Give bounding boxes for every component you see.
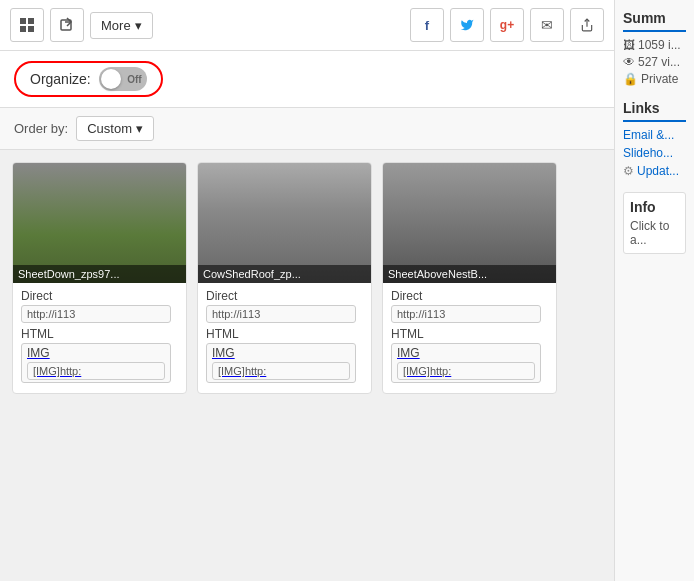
photo-name: SheetDown_zps97...	[13, 265, 186, 283]
email-button[interactable]: ✉	[530, 8, 564, 42]
img-row: IMG [IMG]http:	[397, 346, 535, 380]
photo-info: Direct http://i113 HTML IMG [IMG]http:	[13, 283, 186, 393]
photo-card: CowShedRoof_zp... Direct http://i113 HTM…	[197, 162, 372, 394]
toolbar: More ▾ f g+ ✉	[0, 0, 614, 51]
photos-grid: SheetDown_zps97... Direct http://i113 HT…	[0, 150, 614, 406]
link-update[interactable]: ⚙ Updat...	[623, 164, 686, 178]
sidebar: Summ 🖼 1059 i... 👁 527 vi... 🔒 Private L…	[614, 0, 694, 581]
twitter-button[interactable]	[450, 8, 484, 42]
info-title: Info	[630, 199, 679, 215]
photo-info: Direct http://i113 HTML IMG [IMG]http:	[198, 283, 371, 393]
organize-toggle[interactable]: Off	[99, 67, 147, 91]
toggle-off-text: Off	[127, 74, 141, 85]
order-label: Order by:	[14, 121, 68, 136]
more-button[interactable]: More ▾	[90, 12, 153, 39]
links-section: Links Email &... Slideho... ⚙ Updat...	[623, 100, 686, 178]
svg-rect-1	[28, 18, 34, 24]
toggle-knob	[101, 69, 121, 89]
svg-rect-0	[20, 18, 26, 24]
info-section: Info Click to a...	[623, 192, 686, 254]
photo-info: Direct http://i113 HTML IMG [IMG]http:	[383, 283, 556, 393]
custom-order-button[interactable]: Custom ▾	[76, 116, 154, 141]
photo-image[interactable]: CowShedRoof_zp...	[198, 163, 371, 283]
organize-circle: Organize: Off	[14, 61, 163, 97]
link-slideshow[interactable]: Slideho...	[623, 146, 686, 160]
stat-views: 👁 527 vi...	[623, 55, 686, 69]
summary-section: Summ 🖼 1059 i... 👁 527 vi... 🔒 Private	[623, 10, 686, 86]
html-row: HTML IMG [IMG]http:	[391, 327, 548, 383]
share-view-button[interactable]	[50, 8, 84, 42]
photo-card: SheetAboveNestB... Direct http://i113 HT…	[382, 162, 557, 394]
facebook-button[interactable]: f	[410, 8, 444, 42]
img-row: IMG [IMG]http:	[27, 346, 165, 380]
links-title: Links	[623, 100, 686, 122]
external-share-button[interactable]	[570, 8, 604, 42]
svg-rect-3	[28, 26, 34, 32]
summary-title: Summ	[623, 10, 686, 32]
direct-row: Direct http://i113	[206, 289, 363, 323]
organize-bar: Organize: Off	[0, 51, 614, 108]
link-email[interactable]: Email &...	[623, 128, 686, 142]
stat-privacy: 🔒 Private	[623, 72, 686, 86]
html-row: HTML IMG [IMG]http:	[206, 327, 363, 383]
photo-image[interactable]: SheetDown_zps97...	[13, 163, 186, 283]
grid-view-button[interactable]	[10, 8, 44, 42]
direct-row: Direct http://i113	[21, 289, 178, 323]
direct-row: Direct http://i113	[391, 289, 548, 323]
info-text: Click to a...	[630, 219, 679, 247]
order-bar: Order by: Custom ▾	[0, 108, 614, 150]
photo-image[interactable]: SheetAboveNestB...	[383, 163, 556, 283]
img-row: IMG [IMG]http:	[212, 346, 350, 380]
html-row: HTML IMG [IMG]http:	[21, 327, 178, 383]
photo-name: CowShedRoof_zp...	[198, 265, 371, 283]
photo-name: SheetAboveNestB...	[383, 265, 556, 283]
organize-label: Organize:	[30, 71, 91, 87]
photo-card: SheetDown_zps97... Direct http://i113 HT…	[12, 162, 187, 394]
svg-rect-2	[20, 26, 26, 32]
gplus-button[interactable]: g+	[490, 8, 524, 42]
stat-images: 🖼 1059 i...	[623, 38, 686, 52]
